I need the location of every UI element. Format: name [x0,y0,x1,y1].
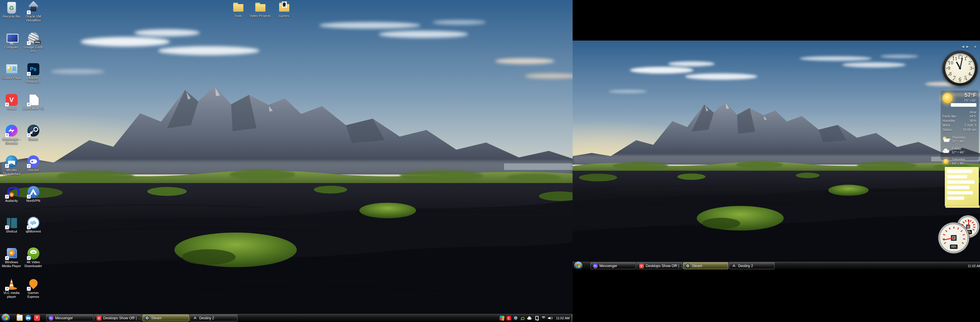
desktop-icon-label: LibreOffice 7.2 [22,107,44,111]
desktop-icon-4k-video-downloader[interactable]: 4K Video Downloader [22,247,44,268]
desktop-icon-libreoffice-7-2[interactable]: LibreOffice 7.2 [22,94,44,111]
comodo-tray-icon[interactable] [506,316,511,320]
4k-video-icon [27,247,39,259]
taskbar-button-messenger[interactable]: Messenger [590,262,636,269]
start-button[interactable] [2,314,10,322]
garmin-icon [27,278,39,290]
thunderbird-quicklaunch-icon[interactable] [25,315,31,321]
clock-tick [972,68,974,68]
desktop-icon-discord[interactable]: Discord [22,155,44,172]
weather-detail-label: Humidity [942,119,955,123]
avg-tray-icon[interactable] [499,315,504,320]
weather-current: 57°F 73° / 55° [942,92,977,107]
volume-tray-icon[interactable] [547,316,552,320]
wmp-icon [6,247,18,259]
desktop-icon-adobe-photosh[interactable]: Adobe Photosh... [22,63,44,84]
weather-condition: clear [942,110,977,114]
explorer-quicklaunch-icon[interactable] [17,315,23,321]
taskbar-button-desktops-show-off[interactable]: Desktops Show Off! | ... [637,262,682,269]
taskbar-button-label: Steam [151,316,162,320]
audacity-icon [6,186,18,198]
gadget-controls: ◀ ▶ | + [961,44,977,49]
computer-icon [6,32,18,44]
desktop-icon-label: Audacity [1,199,22,203]
desktop-icon-computer[interactable]: Computer [1,32,22,49]
desktop-icon-shotcut[interactable]: Shotcut [1,217,22,233]
desktop-icon-control-panel[interactable]: Control Panel [1,63,22,80]
taskbar-buttons: MessengerDesktops Show Off! | ...SteamDe… [590,262,775,269]
nvidia-tray-icon[interactable] [520,316,525,320]
gauge-tick [973,227,975,228]
steam-icon [27,125,39,136]
desktop-folder-tools[interactable]: Tools [227,1,249,18]
desktop-icon-oracle-vm-virtualbox[interactable]: Oracle VM VirtualBox [22,2,44,22]
shortcut-arrow-icon [27,41,31,45]
note-redaction-bar [947,197,964,200]
usb-tray-icon[interactable] [534,316,539,320]
show-desktop-button[interactable] [571,314,573,322]
desktop-icon-qbittorrent[interactable]: qBittorrent [22,217,44,233]
taskbar-button-destiny-2[interactable]: Destiny 2 [729,262,775,269]
steam-tray-icon[interactable] [513,316,518,320]
desktop-icon-recycle-bin[interactable]: Recycle Bin [1,2,22,19]
vivaldi-quicklaunch-icon[interactable] [34,315,40,321]
partly-cloudy-icon [942,136,950,143]
taskbar-button-steam[interactable]: Steam [142,314,189,321]
clock-face: 123456789101112 [945,53,975,83]
gadget-prev-button[interactable]: ◀ [961,45,964,49]
weather-detail-row: Status10:00 am [942,128,977,132]
desktop-icon-messenger-shortcut[interactable]: Messenger - Shortcut [1,125,22,145]
desktop-folder-video-projects[interactable]: Video Projects [249,1,271,18]
cpu-meter-gadget[interactable]: 53%08% [938,216,979,253]
gadget-controls-divider: | [971,45,972,49]
desktop-icon-label: Recycle Bin [1,14,22,19]
gadget-add-button[interactable]: + [974,44,977,49]
desktop-icon-google-earth-pro[interactable]: ProGoogle Earth Pro [22,32,44,53]
shortcut-arrow-icon [27,195,31,198]
desktop-icon-steam[interactable]: Steam [22,125,44,141]
taskbar-button-destiny-2[interactable]: Destiny 2 [190,314,237,321]
gauge-tick [943,242,946,244]
wifi-tray-icon[interactable] [541,316,546,320]
weather-detail-row: Wind2 mi/h S [942,123,977,128]
onedrive-tray-icon[interactable] [527,316,532,320]
taskbar-button-messenger[interactable]: Messenger [46,314,93,321]
desktop-folder-games[interactable]: Games [273,1,295,18]
desktop-icon-nordvpn[interactable]: NordVPN [22,186,44,203]
shortcut-arrow-icon [27,10,31,14]
taskbar-button-steam[interactable]: Steam [683,262,728,269]
start-button[interactable] [574,262,582,270]
system-tray: 11:02 AM [966,262,980,270]
desktop-icon-garmin-express[interactable]: Garmin Express [22,278,44,299]
vivaldi-icon [97,316,102,320]
folder-icon [255,1,266,13]
messenger-icon [6,125,18,136]
destiny-icon [732,263,737,268]
note-redaction-bar [947,170,972,173]
steam-icon [145,316,150,320]
desktop-icon-mozilla-thunderbird[interactable]: Mozilla Thunderbird [1,155,22,176]
sticky-note-gadget[interactable] [945,167,979,206]
analog-clock-gadget[interactable]: 123456789101112 [942,51,978,86]
weather-forecast: Thursday72° / 45°Friday57° / 45°Saturday… [942,134,977,167]
wallpaper-image [0,0,573,322]
desktop-icon-vivaldi[interactable]: Vivaldi [1,94,22,111]
shortcut-arrow-icon [5,256,9,260]
desktop-icon-vlc-media-player[interactable]: VLC media player [1,278,22,299]
gauge-tick [960,230,963,232]
desktop-icon-label: Vivaldi [1,107,22,111]
desktop-icon-windows-media-player[interactable]: Windows Media Player [1,247,22,268]
note-redaction-bar [947,186,969,189]
gauge-tick [972,229,975,230]
gadget-next-button[interactable]: ▶ [966,45,969,49]
taskbar-buttons: MessengerDesktops Show Off! | ...SteamDe… [46,314,237,321]
weather-gadget[interactable]: 57°F 73° / 55° clear Feels like54°FHumid… [941,90,979,160]
taskbar-clock[interactable]: 11:02 AM [968,264,980,268]
taskbar-button-desktops-show-off[interactable]: Desktops Show Off! | ... [94,314,142,321]
clock-tick [960,54,960,56]
taskbar-clock[interactable]: 11:02 AM [556,316,570,320]
taskbar-button-label: Destiny 2 [738,264,753,268]
forecast-day: Thursday [952,136,966,140]
desktop-icon-audacity[interactable]: Audacity [1,186,22,203]
weather-detail-label: Feels like [942,114,956,119]
